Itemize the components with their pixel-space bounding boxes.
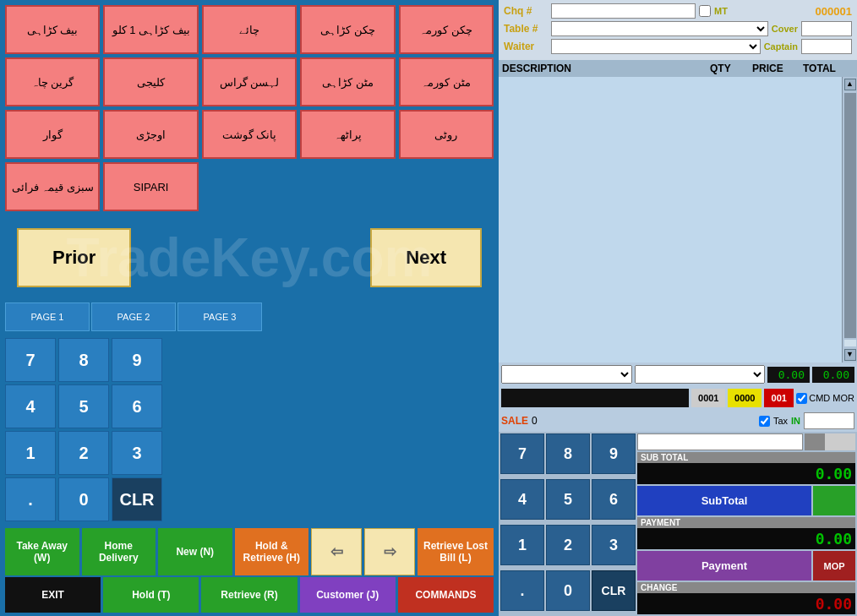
rnum-0[interactable]: 0 (546, 570, 590, 611)
waiter-select[interactable] (551, 39, 761, 54)
menu-item-11[interactable]: اوجڑی (103, 110, 198, 159)
num-3[interactable]: 3 (112, 431, 162, 475)
hold-button[interactable]: Hold (T) (103, 577, 199, 613)
selector-2[interactable] (635, 365, 766, 384)
scrollbar[interactable]: ▲ ▼ (842, 77, 857, 363)
menu-item-9[interactable]: مٹن کورمہ (399, 57, 494, 106)
code3-display: 001 (764, 389, 794, 407)
order-rows (499, 77, 842, 363)
customer-button[interactable]: Customer (J) (300, 577, 396, 613)
menu-grid: بیف کڑاہی بیف کڑاہی 1 کلو چائے چکن کڑاہی… (0, 0, 499, 216)
rnum-2[interactable]: 2 (546, 525, 590, 565)
retrieve-button[interactable]: Retrieve (R) (201, 577, 297, 613)
hold-retrieve-button[interactable]: Hold & Retrieve (H) (235, 528, 309, 575)
green-sm-button[interactable] (813, 486, 855, 515)
menu-item-0[interactable]: بیف کڑاہی (5, 5, 100, 54)
rnum-7[interactable]: 7 (500, 433, 544, 474)
nav-area: TradeKey.com Prior Next (0, 216, 499, 299)
menu-item-6[interactable]: کلیجی (103, 57, 198, 106)
page-tab-3[interactable]: PAGE 3 (177, 303, 262, 331)
scroll-thumb[interactable] (844, 340, 856, 346)
mt-checkbox[interactable] (699, 5, 711, 17)
rclr-button[interactable]: CLR (592, 570, 636, 611)
scroll-down[interactable]: ▼ (844, 349, 856, 361)
menu-item-16[interactable]: SIPARI (103, 162, 198, 211)
menu-item-15[interactable]: سبزی قیمہ فرائی (5, 162, 100, 211)
clr-button[interactable]: CLR (112, 477, 162, 521)
tax-checkbox[interactable] (759, 416, 770, 427)
table-select[interactable] (551, 21, 768, 36)
num-dot[interactable]: . (5, 477, 56, 521)
field-1[interactable] (637, 433, 803, 450)
mop-button[interactable]: MOP (813, 551, 855, 581)
prior-button[interactable]: Prior (17, 228, 131, 287)
order-info: Chq # MT 000001 Table # Cover Waiter Cap… (499, 0, 857, 60)
menu-item-1[interactable]: بیف کڑاہی 1 کلو (103, 5, 198, 54)
num-4[interactable]: 4 (5, 384, 56, 428)
rnum-3[interactable]: 3 (592, 525, 636, 565)
take-away-button[interactable]: Take Away (W) (5, 528, 79, 575)
amount-display-2: 0.00 (812, 367, 854, 383)
menu-item-10[interactable]: گوار (5, 110, 100, 159)
arrow-right-button[interactable]: ⇨ (364, 528, 415, 575)
rnum-9[interactable]: 9 (592, 433, 636, 474)
numpad: 7 8 9 4 5 6 1 2 3 . 0 CLR (5, 338, 162, 521)
rnum-6[interactable]: 6 (592, 479, 636, 520)
chq-input[interactable] (551, 3, 696, 19)
chq-number: 000001 (816, 5, 852, 18)
in-label: IN (791, 416, 800, 426)
menu-item-4[interactable]: چکن کورمہ (399, 5, 494, 54)
desc-header: DESCRIPTION (502, 63, 710, 74)
selector-1[interactable] (501, 365, 632, 384)
rnum-5[interactable]: 5 (546, 479, 590, 520)
mt-label: MT (714, 6, 728, 16)
arrow-left-button[interactable]: ⇦ (311, 528, 362, 575)
commands-button[interactable]: COMMANDS (398, 577, 494, 613)
menu-item-12[interactable]: پانک گوشت (202, 110, 297, 159)
cash-input[interactable] (804, 412, 854, 429)
num-8[interactable]: 8 (58, 338, 109, 382)
payment-button[interactable]: Payment (637, 551, 811, 581)
num-9[interactable]: 9 (112, 338, 162, 382)
subtotal-label: SUB TOTAL (637, 452, 855, 463)
rnum-8[interactable]: 8 (546, 433, 590, 474)
menu-item-8[interactable]: مٹن کڑاہی (300, 57, 395, 106)
left-panel: بیف کڑاہی بیف کڑاہی 1 کلو چائے چکن کڑاہی… (0, 0, 499, 616)
cmd-label: CMD (809, 393, 830, 403)
menu-item-3[interactable]: چکن کڑاہی (300, 5, 395, 54)
num-1[interactable]: 1 (5, 431, 56, 475)
rnum-4[interactable]: 4 (500, 479, 544, 520)
num-5[interactable]: 5 (58, 384, 109, 428)
captain-label: Captain (764, 41, 798, 52)
menu-item-5[interactable]: گرین چاہ (5, 57, 100, 106)
chq-label: Chq # (504, 5, 548, 17)
change-row: CHANGE 0.00 (637, 582, 855, 614)
rnum-1[interactable]: 1 (500, 525, 544, 565)
new-button[interactable]: New (N) (158, 528, 232, 575)
exit-button[interactable]: EXIT (5, 577, 101, 613)
right-panel: Chq # MT 000001 Table # Cover Waiter Cap… (499, 0, 857, 616)
menu-item-13[interactable]: پراٹھہ (300, 110, 395, 159)
subtotal-button[interactable]: SubTotal (637, 486, 811, 515)
num-0[interactable]: 0 (58, 477, 109, 521)
action-row-2: EXIT Hold (T) Retrieve (R) Customer (J) … (5, 577, 494, 613)
home-delivery-button[interactable]: Home Delivery (82, 528, 156, 575)
page-tab-1[interactable]: PAGE 1 (5, 303, 90, 331)
page-tab-2[interactable]: PAGE 2 (91, 303, 176, 331)
rnum-dot[interactable]: . (500, 570, 544, 611)
cmd-checkbox[interactable] (796, 393, 807, 404)
next-button[interactable]: Next (370, 228, 482, 287)
cover-input[interactable] (801, 21, 852, 36)
num-6[interactable]: 6 (112, 384, 162, 428)
retrieve-lost-button[interactable]: Retrieve Lost Bill (L) (418, 528, 494, 575)
num-2[interactable]: 2 (58, 431, 109, 475)
totals-section: SUB TOTAL 0.00 SubTotal PAYMENT 0.00 (637, 433, 855, 614)
num-7[interactable]: 7 (5, 338, 56, 382)
scroll-up[interactable]: ▲ (844, 79, 856, 90)
menu-item-2[interactable]: چائے (202, 5, 297, 54)
menu-item-7[interactable]: لہسن گراس (202, 57, 297, 106)
captain-input[interactable] (801, 39, 852, 54)
qty-header: QTY (710, 63, 752, 74)
sale-label: SALE (501, 415, 528, 427)
menu-item-14[interactable]: روٹی (399, 110, 494, 159)
